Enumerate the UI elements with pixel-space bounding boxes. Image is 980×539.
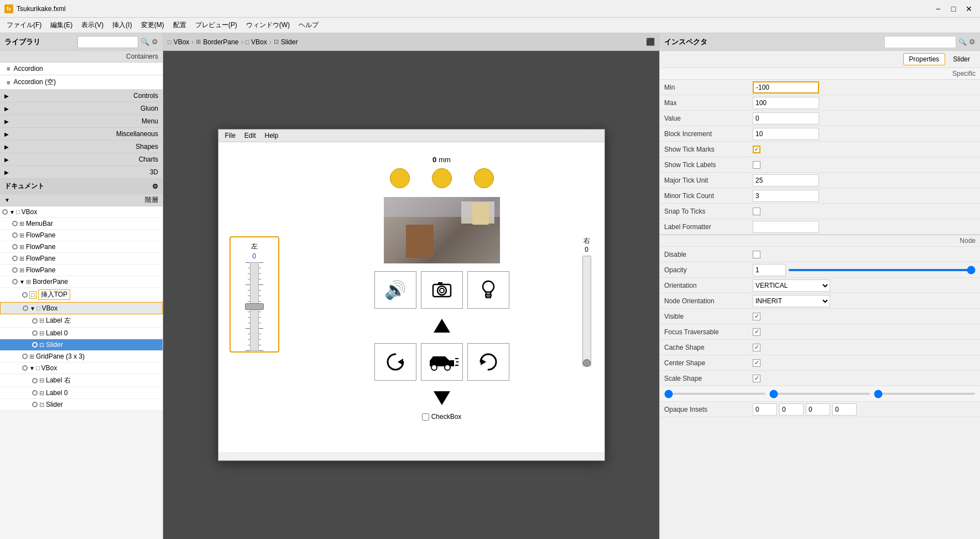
tree-item-vbox-root[interactable]: ▼ □ VBox bbox=[0, 206, 163, 218]
bp-label: BorderPane bbox=[33, 278, 68, 286]
opaque-slider-2[interactable] bbox=[769, 393, 871, 395]
app-menu-help[interactable]: Help bbox=[260, 131, 283, 141]
prop-nori-select[interactable]: INHERIT LEFT_TO_RIGHT RIGHT_TO_LEFT bbox=[753, 295, 830, 307]
misc-category[interactable]: ▶ Miscellaneous bbox=[0, 128, 163, 141]
app-menu-file[interactable]: File bbox=[221, 131, 240, 141]
prop-cs-checkbox[interactable] bbox=[753, 344, 760, 351]
vs-expand-icon[interactable]: ▼ bbox=[30, 305, 35, 312]
maximize-button[interactable]: □ bbox=[947, 2, 960, 15]
prop-opacity-slider[interactable] bbox=[788, 269, 976, 271]
tree-item-flowpane4[interactable]: ⊞ FlowPane bbox=[0, 265, 163, 276]
shapes-category[interactable]: ▶ Shapes bbox=[0, 141, 163, 153]
prop-csh-checkbox[interactable] bbox=[753, 359, 760, 367]
tree-item-borderpane[interactable]: ▼ ⊞ BorderPane bbox=[0, 276, 163, 288]
inspector-gear-icon[interactable]: ⚙ bbox=[969, 38, 976, 46]
library-item-accordion-empty[interactable]: ≡ Accordion (空) bbox=[0, 75, 163, 90]
inspector-search-input[interactable] bbox=[884, 36, 956, 48]
gear-icon[interactable]: ⚙ bbox=[152, 38, 158, 46]
document-gear-icon[interactable]: ⚙ bbox=[152, 183, 158, 190]
prop-lf-input[interactable] bbox=[753, 221, 819, 233]
icon-refresh[interactable] bbox=[374, 343, 416, 381]
prop-nori-value: INHERIT LEFT_TO_RIGHT RIGHT_TO_LEFT bbox=[753, 295, 976, 307]
prop-min-input[interactable] bbox=[753, 81, 819, 94]
prop-visible-checkbox[interactable] bbox=[753, 313, 760, 320]
tree-item-slider2[interactable]: ⊡ Slider bbox=[0, 399, 163, 411]
menu-arrange[interactable]: 配置 bbox=[169, 18, 191, 32]
icon-camera[interactable] bbox=[421, 271, 463, 309]
opaque-slider-3[interactable] bbox=[874, 393, 976, 395]
arrow-down-box[interactable] bbox=[421, 383, 463, 411]
menu-edit[interactable]: 編集(E) bbox=[46, 18, 77, 32]
prop-oi-input-2[interactable] bbox=[779, 403, 804, 416]
gluon-category[interactable]: ▶ Gluon bbox=[0, 102, 163, 115]
library-search-input[interactable] bbox=[77, 36, 138, 48]
right-slider-thumb[interactable] bbox=[583, 359, 591, 367]
menu-file[interactable]: ファイル(F) bbox=[2, 18, 46, 32]
icon-reload[interactable] bbox=[467, 343, 509, 381]
prop-max-input[interactable] bbox=[753, 97, 819, 109]
prop-ssh-checkbox[interactable] bbox=[753, 375, 760, 382]
inspector-header-right: 🔍 ⚙ bbox=[884, 36, 976, 48]
slider-thumb[interactable] bbox=[245, 303, 264, 310]
prop-mtu-input[interactable] bbox=[753, 174, 819, 186]
library-item-accordion[interactable]: ≡ Accordion bbox=[0, 63, 163, 75]
tree-item-flowpane1[interactable]: ⊞ FlowPane bbox=[0, 230, 163, 241]
tree-item-vbox-selected[interactable]: ▼ □ VBox bbox=[0, 302, 163, 314]
menu-help[interactable]: ヘルプ bbox=[294, 18, 323, 32]
prop-orientation-select[interactable]: HORIZONTAL VERTICAL bbox=[753, 279, 830, 292]
prop-opacity-input[interactable] bbox=[753, 264, 786, 276]
charts-category[interactable]: ▶ Charts bbox=[0, 153, 163, 166]
close-button[interactable]: ✕ bbox=[962, 2, 976, 15]
tree-item-label-right[interactable]: ⊟ Label 右 bbox=[0, 374, 163, 387]
tree-item-vbox2[interactable]: ▼ □ VBox bbox=[0, 362, 163, 374]
menu-view[interactable]: 表示(V) bbox=[77, 18, 108, 32]
tab-properties[interactable]: Properties bbox=[903, 53, 946, 65]
icon-lightbulb[interactable] bbox=[467, 271, 509, 309]
prop-mtc-input[interactable] bbox=[753, 190, 819, 202]
tree-item-flowpane2[interactable]: ⊞ FlowPane bbox=[0, 241, 163, 253]
arrow-up-box[interactable] bbox=[421, 313, 463, 341]
prop-disable-checkbox[interactable] bbox=[753, 251, 760, 258]
prop-ft-checkbox[interactable] bbox=[753, 328, 760, 336]
minimize-button[interactable]: − bbox=[931, 2, 945, 15]
3d-category[interactable]: ▶ 3D bbox=[0, 166, 163, 179]
prop-max-label: Max bbox=[664, 99, 753, 107]
tree-item-gridpane[interactable]: ⊞ GridPane (3 x 3) bbox=[0, 351, 163, 362]
prop-oi-input-3[interactable] bbox=[806, 403, 830, 416]
menu-category[interactable]: ▶ Menu bbox=[0, 115, 163, 128]
menu-insert[interactable]: 挿入(I) bbox=[108, 18, 136, 32]
menu-preview[interactable]: プレビュー(P) bbox=[191, 18, 242, 32]
icon-car[interactable] bbox=[421, 343, 463, 381]
gp-circle-icon bbox=[22, 354, 28, 359]
inspector-search-icon[interactable]: 🔍 bbox=[958, 38, 967, 46]
menu-window[interactable]: ウィンドウ(W) bbox=[242, 18, 294, 32]
prop-block-inc-input[interactable] bbox=[753, 128, 819, 140]
prop-value-input[interactable] bbox=[753, 112, 819, 125]
app-menu-edit[interactable]: Edit bbox=[240, 131, 260, 141]
prop-stl-checkbox[interactable] bbox=[753, 161, 760, 169]
tree-item-flowpane3[interactable]: ⊞ FlowPane bbox=[0, 253, 163, 265]
controls-category[interactable]: ▶ Controls bbox=[0, 90, 163, 102]
vbox-root-expand-icon[interactable]: ▼ bbox=[9, 209, 15, 215]
vb2-expand-icon[interactable]: ▼ bbox=[29, 365, 35, 371]
opaque-slider-1[interactable] bbox=[664, 393, 766, 395]
tab-slider[interactable]: Slider bbox=[947, 54, 976, 65]
tree-item-menubar[interactable]: ⊞ MenuBar bbox=[0, 218, 163, 230]
canvas-checkbox[interactable] bbox=[422, 413, 429, 421]
right-slider-track[interactable] bbox=[582, 256, 591, 366]
tree-item-label-0[interactable]: ⊟ Label 0 bbox=[0, 328, 163, 339]
tree-item-insert-top[interactable]: □ 挿入TOP bbox=[0, 288, 163, 302]
tree-item-label-0b[interactable]: ⊟ Label 0 bbox=[0, 387, 163, 399]
slider-track[interactable] bbox=[250, 262, 259, 351]
bp-expand-icon[interactable]: ▼ bbox=[19, 279, 25, 285]
prop-oi-input-1[interactable] bbox=[753, 403, 777, 416]
menu-modify[interactable]: 変更(M) bbox=[137, 18, 169, 32]
prop-oi-input-4[interactable] bbox=[832, 403, 857, 416]
prop-stm-checkbox[interactable] bbox=[753, 146, 760, 153]
tree-item-label-left[interactable]: ⊟ Label 左 bbox=[0, 314, 163, 328]
arrow-up-row bbox=[421, 313, 463, 341]
icon-speaker[interactable]: 🔊 bbox=[374, 271, 416, 309]
export-icon[interactable]: ⬛ bbox=[646, 38, 655, 46]
tree-item-slider[interactable]: ⊡ Slider bbox=[0, 339, 163, 351]
prop-stt-checkbox[interactable] bbox=[753, 208, 760, 215]
